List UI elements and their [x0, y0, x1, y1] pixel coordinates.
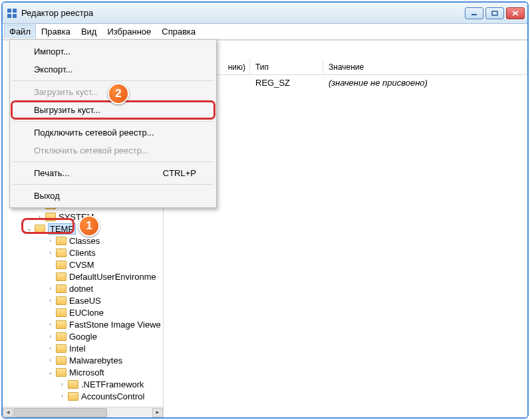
- menu-favorites[interactable]: Избранное: [102, 25, 156, 39]
- tree-node-netframework[interactable]: ›.NETFramework: [3, 378, 163, 390]
- maximize-button[interactable]: [485, 7, 504, 19]
- cell-value: (значение не присвоено): [323, 78, 527, 88]
- folder-icon: [45, 213, 56, 221]
- folder-icon: [56, 272, 66, 281]
- folder-icon: [56, 308, 66, 317]
- tree-node-defaultuserenv[interactable]: DefaultUserEnvironme: [3, 270, 163, 282]
- svg-rect-0: [7, 9, 11, 13]
- menu-view[interactable]: Вид: [76, 25, 102, 39]
- titlebar: Редактор реестра: [3, 3, 527, 24]
- svg-rect-3: [13, 14, 17, 18]
- menu-separator: [13, 121, 213, 122]
- menu-help[interactable]: Справка: [156, 25, 201, 39]
- menu-exit[interactable]: Выход: [11, 187, 215, 205]
- menu-separator: [13, 184, 213, 185]
- menu-separator: [13, 161, 213, 162]
- folder-icon: [56, 344, 66, 353]
- scroll-thumb[interactable]: [14, 408, 107, 417]
- tree-node-dotnet[interactable]: ›dotnet: [3, 282, 163, 294]
- folder-icon: [56, 249, 66, 257]
- file-dropdown: Импорт... Экспорт... Загрузить куст... В…: [9, 39, 217, 208]
- menubar: Файл Правка Вид Избранное Справка: [3, 24, 527, 40]
- tree-node-easeus[interactable]: ›EaseUS: [3, 294, 163, 306]
- list-panel: нию) Тип Значение REG_SZ (значение не пр…: [164, 41, 527, 417]
- scroll-right-arrow[interactable]: ►: [152, 408, 163, 417]
- menu-export[interactable]: Экспорт...: [11, 60, 215, 78]
- menu-disconnect-network: Отключить сетевой реестр...: [11, 142, 215, 159]
- tree-node-clients[interactable]: ›Clients: [3, 247, 163, 259]
- folder-icon: [56, 332, 66, 341]
- tree-node-classes[interactable]: ›Classes: [3, 235, 163, 247]
- svg-rect-5: [492, 11, 497, 15]
- list-row[interactable]: REG_SZ (значение не присвоено): [164, 76, 527, 88]
- folder-icon: [56, 284, 66, 293]
- tree-node-google[interactable]: ›Google: [3, 330, 163, 342]
- menu-file[interactable]: Файл: [4, 25, 36, 39]
- window-title: Редактор реестра: [21, 8, 463, 18]
- menu-edit[interactable]: Правка: [36, 25, 76, 39]
- svg-rect-4: [471, 14, 477, 15]
- scroll-left-arrow[interactable]: ◄: [3, 408, 13, 417]
- folder-icon: [56, 356, 66, 365]
- col-value[interactable]: Значение: [323, 59, 527, 74]
- svg-rect-2: [7, 14, 11, 18]
- callout-1: 1: [78, 215, 100, 237]
- cell-type: REG_SZ: [250, 78, 323, 88]
- folder-icon: [56, 261, 66, 269]
- folder-icon: [56, 368, 66, 377]
- horizontal-scrollbar[interactable]: ◄ ►: [3, 407, 163, 417]
- tree-node-faststone[interactable]: ›FastStone Image Viewe: [3, 318, 163, 330]
- folder-icon: [35, 225, 45, 233]
- menu-connect-network[interactable]: Подключить сетевой реестр...: [11, 124, 215, 142]
- tree-node-malwarebytes[interactable]: ›Malwarebytes: [3, 354, 163, 366]
- list-header: нию) Тип Значение: [164, 59, 527, 75]
- app-icon: [7, 8, 17, 19]
- folder-icon: [56, 296, 66, 305]
- tree-node-cvsm[interactable]: CVSM: [3, 259, 163, 270]
- close-button[interactable]: [506, 7, 525, 19]
- menu-import[interactable]: Импорт...: [11, 43, 215, 60]
- folder-icon: [68, 380, 78, 389]
- tree-node-euclone[interactable]: EUClone: [3, 306, 163, 318]
- tree-node-intel[interactable]: ›Intel: [3, 342, 163, 354]
- tree-node-accountscontrol[interactable]: ›AccountsControl: [3, 390, 163, 402]
- menu-print[interactable]: Печать...CTRL+P: [11, 164, 215, 182]
- tree-node-microsoft[interactable]: ⌄Microsoft: [3, 366, 163, 378]
- col-type[interactable]: Тип: [250, 59, 323, 74]
- callout-2: 2: [108, 83, 129, 104]
- menu-unload-hive[interactable]: Выгрузить куст...: [11, 101, 215, 119]
- svg-rect-1: [13, 9, 17, 13]
- menu-separator: [13, 80, 213, 81]
- folder-icon: [56, 237, 66, 245]
- folder-icon: [56, 320, 66, 329]
- folder-icon: [68, 392, 78, 401]
- minimize-button[interactable]: [465, 7, 483, 19]
